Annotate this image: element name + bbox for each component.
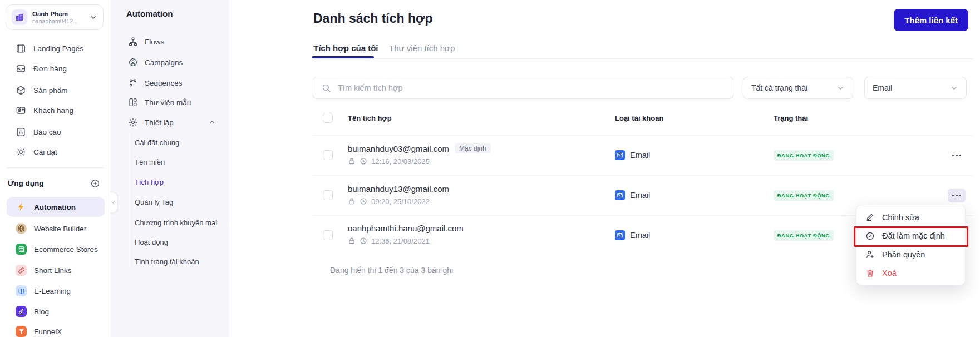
check-circle-icon <box>865 231 875 241</box>
sidebar-item-label: Báo cáo <box>33 128 61 136</box>
primary-sidebar: Oanh Phạm nanapham0412... Landing Pages … <box>0 0 110 337</box>
search-input[interactable] <box>337 83 725 93</box>
integration-time: 12:16, 20/03/2025 <box>371 157 430 166</box>
integration-email: buimanhduy13@gmail.com <box>348 184 449 194</box>
sidebar-app-automation[interactable]: Automation <box>7 197 105 217</box>
sidebar-item-label: Landing Pages <box>33 44 83 53</box>
app-label: Blog <box>34 308 49 316</box>
menu-item-label: Chỉnh sửa <box>882 213 919 222</box>
status-badge: ĐANG HOẠT ĐỘNG <box>774 190 834 201</box>
status-filter-dropdown[interactable]: Tất cả trạng thái <box>743 77 853 99</box>
link-icon <box>16 265 27 276</box>
account-type-cell: Email <box>615 189 650 201</box>
sidebar-app-ecommerce-stores[interactable]: Ecommerce Stores <box>7 239 105 259</box>
account-type-label: Email <box>630 151 650 160</box>
menu-item-set-default[interactable]: Đặt làm mặc định <box>856 227 965 246</box>
row-checkbox[interactable] <box>323 190 333 200</box>
row-checkbox[interactable] <box>323 230 333 240</box>
row-actions-button[interactable] <box>948 148 966 162</box>
sidebar-item-reports[interactable]: Báo cáo <box>0 123 110 140</box>
sidebar-app-website-builder[interactable]: Website Builder <box>7 219 105 239</box>
status-filter-value: Tất cả trạng thái <box>751 83 807 92</box>
submenu-item-sequences[interactable]: Sequences <box>110 75 229 91</box>
sidebar-app-blog[interactable]: Blog <box>7 301 105 321</box>
workspace-switcher[interactable]: Oanh Phạm nanapham0412... <box>6 4 104 30</box>
submenu-indent-line <box>130 133 130 267</box>
app-label: Short Links <box>34 266 72 275</box>
workspace-avatar <box>12 9 27 25</box>
sequences-icon <box>128 78 138 88</box>
submenu-sub-promotions[interactable]: Chương trình khuyến mại <box>135 215 228 230</box>
row-checkbox[interactable] <box>323 150 333 160</box>
sidebar-item-landing-pages[interactable]: Landing Pages <box>0 40 110 57</box>
column-header-status: Trạng thái <box>774 114 808 122</box>
submenu-sub-activity[interactable]: Hoạt động <box>135 235 228 249</box>
add-app-button[interactable] <box>90 179 100 189</box>
menu-item-label: Xoá <box>882 269 897 277</box>
submenu-sub-general-settings[interactable]: Cài đặt chung <box>135 135 228 150</box>
row-divider <box>313 135 972 136</box>
row-context-menu: Chỉnh sửa Đặt làm mặc định Phân quyền Xo… <box>856 205 966 285</box>
building-icon <box>15 13 24 22</box>
submenu-sub-integrations[interactable]: Tích hợp <box>135 175 228 189</box>
tab-integration-library[interactable]: Thư viện tích hợp <box>389 43 455 53</box>
menu-item-label: Phân quyền <box>882 250 925 259</box>
sidebar-app-funnelx[interactable]: FunnelX <box>7 321 105 337</box>
account-type-label: Email <box>630 191 650 200</box>
trash-icon <box>865 269 875 278</box>
submenu-item-template-library[interactable]: Thư viện mẫu <box>110 95 229 110</box>
automation-submenu: Automation Flows Campaigns Sequences Thư… <box>110 0 229 337</box>
funnel-icon <box>16 326 27 337</box>
type-filter-dropdown[interactable]: Email <box>864 77 967 99</box>
menu-item-label: Đặt làm mặc định <box>882 231 945 240</box>
integration-meta: 12:36, 21/08/2021 <box>348 236 430 245</box>
gear-icon <box>128 117 138 127</box>
type-filter-value: Email <box>873 83 892 92</box>
submenu-sub-tag-management[interactable]: Quản lý Tag <box>135 195 228 209</box>
email-icon <box>615 190 625 200</box>
sidebar-item-settings[interactable]: Cài đặt <box>0 143 110 160</box>
integration-name: oanhphamthi.hanu@gmail.com <box>348 222 464 234</box>
app-label: Automation <box>34 203 76 211</box>
submenu-sub-domains[interactable]: Tên miền <box>135 155 228 169</box>
account-type-cell: Email <box>615 149 650 161</box>
menu-item-edit[interactable]: Chỉnh sửa <box>856 208 965 227</box>
sidebar-app-short-links[interactable]: Short Links <box>7 260 105 280</box>
submenu-sub-account-status[interactable]: Tình trạng tài khoản <box>135 254 228 269</box>
add-integration-button[interactable]: Thêm liên kết <box>894 9 968 31</box>
search-container <box>313 77 733 99</box>
account-type-cell: Email <box>615 229 650 241</box>
sidebar-collapse-toggle[interactable] <box>110 192 117 213</box>
select-all-checkbox[interactable] <box>323 113 333 123</box>
tabs-divider <box>313 58 973 59</box>
submenu-item-flows[interactable]: Flows <box>110 34 229 49</box>
sidebar-item-customers[interactable]: Khách hàng <box>0 102 110 118</box>
integration-time: 09:20, 25/10/2022 <box>371 197 430 206</box>
chevron-left-icon <box>111 200 116 205</box>
campaigns-icon <box>128 57 138 67</box>
submenu-item-campaigns[interactable]: Campaigns <box>110 54 229 70</box>
menu-item-permissions[interactable]: Phân quyền <box>856 245 965 264</box>
submenu-item-label: Thiết lập <box>145 118 174 127</box>
row-actions-button-active[interactable] <box>948 189 966 202</box>
main-content: Danh sách tích hợp Thêm liên kết Tích hợ… <box>229 0 980 337</box>
orders-icon <box>16 63 26 74</box>
sidebar-item-label: Khách hàng <box>33 106 73 115</box>
tab-my-integrations[interactable]: Tích hợp của tôi <box>313 43 378 53</box>
sidebar-app-elearning[interactable]: E-Learning <box>7 281 105 301</box>
sidebar-item-products[interactable]: Sản phẩm <box>0 82 110 98</box>
status-badge: ĐANG HOẠT ĐỘNG <box>774 150 834 161</box>
search-icon <box>321 83 332 93</box>
sidebar-item-label: Đơn hàng <box>33 65 67 73</box>
chevron-down-icon <box>89 13 97 22</box>
integration-meta: 12:16, 20/03/2025 <box>348 157 430 166</box>
sidebar-item-orders[interactable]: Đơn hàng <box>0 60 110 77</box>
submenu-item-label: Thư viện mẫu <box>145 98 191 107</box>
sidebar-item-label: Cài đặt <box>33 148 57 156</box>
submenu-title: Automation <box>126 9 173 18</box>
clock-icon <box>360 237 367 245</box>
storefront-icon <box>16 244 27 255</box>
integration-time: 12:36, 21/08/2021 <box>371 237 430 245</box>
submenu-item-setup[interactable]: Thiết lập <box>110 115 229 130</box>
menu-item-delete[interactable]: Xoá <box>856 264 965 283</box>
